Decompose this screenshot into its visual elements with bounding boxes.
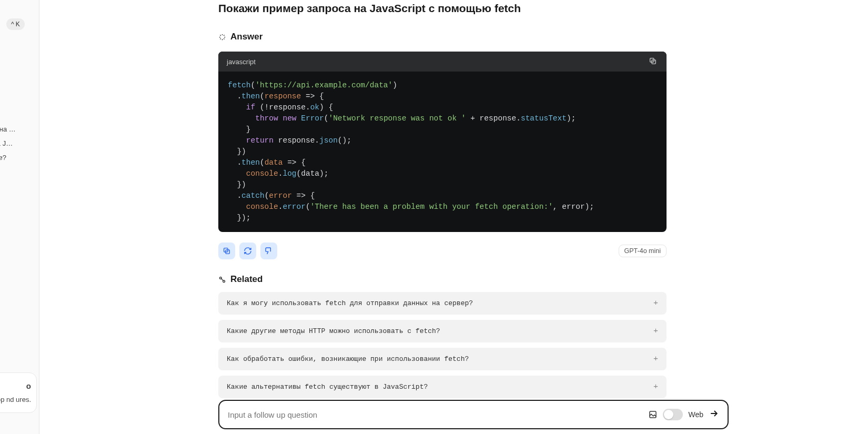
kbd-shortcut-pill[interactable]: ^ K bbox=[6, 18, 25, 30]
sidebar-history-list: проса на … осы на J… ожение? bbox=[0, 122, 39, 165]
related-item-text: Какие другие методы HTTP можно использов… bbox=[227, 327, 440, 335]
sidebar-history-item[interactable]: проса на … bbox=[0, 122, 39, 136]
web-toggle[interactable] bbox=[663, 409, 683, 420]
followup-controls: Web bbox=[648, 408, 719, 421]
plus-icon: + bbox=[653, 327, 658, 336]
plus-icon: + bbox=[653, 382, 658, 391]
plus-icon: + bbox=[653, 355, 658, 364]
copy-code-button[interactable] bbox=[649, 57, 658, 66]
thumbs-down-button[interactable] bbox=[260, 243, 277, 259]
model-badge[interactable]: GPT-4o mini bbox=[619, 245, 667, 257]
main-content: Покажи пример запроса на JavaScript с по… bbox=[218, 0, 667, 398]
sidebar-history-item[interactable]: осы на J… bbox=[0, 136, 39, 150]
sidebar: ^ K проса на … осы на J… ожение? o top n… bbox=[0, 0, 39, 434]
web-label: Web bbox=[688, 410, 703, 419]
followup-bar: Web bbox=[218, 400, 729, 429]
code-block: javascript fetch('https://api.example.co… bbox=[218, 52, 667, 232]
related-item-text: Какие альтернативы fetch существуют в Ja… bbox=[227, 383, 428, 391]
related-item[interactable]: Какие альтернативы fetch существуют в Ja… bbox=[218, 376, 667, 398]
actions-row: GPT-4o mini bbox=[218, 243, 667, 259]
related-item-text: Как я могу использовать fetch для отправ… bbox=[227, 299, 473, 307]
sparkle-icon bbox=[218, 33, 226, 41]
page-title: Покажи пример запроса на JavaScript с по… bbox=[218, 2, 667, 15]
answer-heading: Answer bbox=[218, 32, 667, 42]
promo-title: o bbox=[0, 380, 31, 392]
related-heading: Related bbox=[218, 274, 667, 285]
related-item[interactable]: Какие другие методы HTTP можно использов… bbox=[218, 320, 667, 342]
sidebar-history-item[interactable]: ожение? bbox=[0, 150, 39, 165]
related-item-text: Как обработать ошибки, возникающие при и… bbox=[227, 355, 469, 363]
related-item[interactable]: Как я могу использовать fetch для отправ… bbox=[218, 292, 667, 315]
kbd-key: K bbox=[16, 21, 20, 28]
send-icon[interactable] bbox=[709, 408, 719, 421]
related-icon bbox=[218, 276, 226, 284]
kbd-mod: ^ bbox=[11, 21, 14, 28]
plus-icon: + bbox=[653, 299, 658, 308]
promo-text: top nd ures. bbox=[0, 395, 31, 405]
followup-input[interactable] bbox=[228, 410, 642, 419]
code-lang-label: javascript bbox=[227, 58, 256, 66]
regenerate-button[interactable] bbox=[239, 243, 256, 259]
promo-card[interactable]: o top nd ures. bbox=[0, 372, 37, 413]
related-item[interactable]: Как обработать ошибки, возникающие при и… bbox=[218, 348, 667, 370]
related-list: Как я могу использовать fetch для отправ… bbox=[218, 292, 667, 398]
answer-label: Answer bbox=[230, 32, 263, 42]
code-body[interactable]: fetch('https://api.example.com/data') .t… bbox=[218, 72, 667, 232]
related-label: Related bbox=[230, 274, 263, 285]
attach-icon[interactable] bbox=[648, 410, 658, 419]
copy-answer-button[interactable] bbox=[218, 243, 235, 259]
actions-left bbox=[218, 243, 277, 259]
code-header: javascript bbox=[218, 52, 667, 72]
